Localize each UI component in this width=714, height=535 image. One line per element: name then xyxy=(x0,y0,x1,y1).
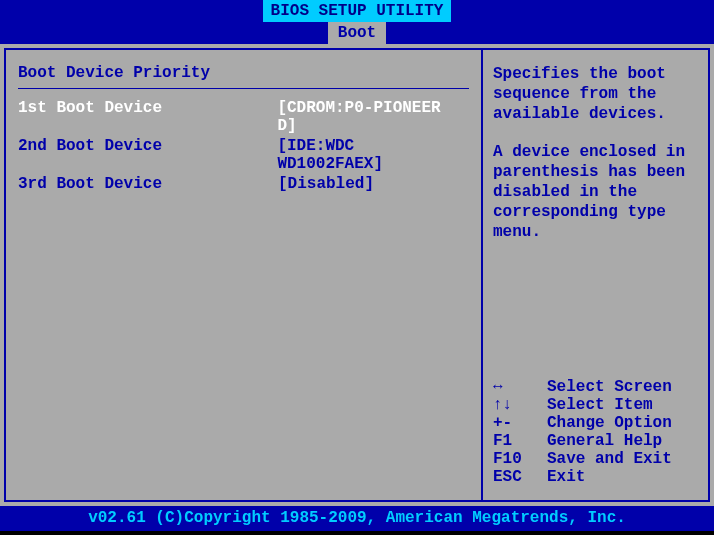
help-paragraph: Specifies the boot sequence from the ava… xyxy=(493,64,698,124)
nav-key: ↑↓ xyxy=(493,396,547,414)
footer-text: v02.61 (C)Copyright 1985-2009, American … xyxy=(88,509,626,527)
nav-row: F1 General Help xyxy=(493,432,698,450)
tab-boot[interactable]: Boot xyxy=(328,22,386,44)
tab-row: Boot xyxy=(0,22,714,44)
right-pane: Specifies the boot sequence from the ava… xyxy=(482,48,710,502)
nav-key: F10 xyxy=(493,450,547,468)
nav-row: ↔ Select Screen xyxy=(493,378,698,396)
boot-device-value: [IDE:WDC WD1002FAEX] xyxy=(277,137,469,173)
nav-desc: Select Screen xyxy=(547,378,672,396)
boot-device-value: [CDROM:P0-PIONEER D] xyxy=(277,99,469,135)
main-area: Boot Device Priority 1st Boot Device [CD… xyxy=(0,44,714,506)
nav-desc: General Help xyxy=(547,432,662,450)
boot-device-label: 1st Boot Device xyxy=(18,99,277,135)
boot-device-label: 3rd Boot Device xyxy=(18,175,278,193)
boot-device-row[interactable]: 1st Boot Device [CDROM:P0-PIONEER D] xyxy=(18,99,469,135)
title-bar: BIOS SETUP UTILITY xyxy=(0,0,714,22)
divider xyxy=(18,88,469,89)
boot-device-row[interactable]: 2nd Boot Device [IDE:WDC WD1002FAEX] xyxy=(18,137,469,173)
boot-device-row[interactable]: 3rd Boot Device [Disabled] xyxy=(18,175,469,193)
boot-device-value: [Disabled] xyxy=(278,175,374,193)
nav-help: ↔ Select Screen ↑↓ Select Item +- Change… xyxy=(493,378,698,486)
app-title: BIOS SETUP UTILITY xyxy=(263,0,452,22)
nav-key: ↔ xyxy=(493,378,547,396)
boot-device-label: 2nd Boot Device xyxy=(18,137,277,173)
section-title: Boot Device Priority xyxy=(18,64,469,82)
footer-bar: v02.61 (C)Copyright 1985-2009, American … xyxy=(0,506,714,531)
nav-row: +- Change Option xyxy=(493,414,698,432)
nav-key: ESC xyxy=(493,468,547,486)
nav-desc: Select Item xyxy=(547,396,653,414)
help-paragraph: A device enclosed in parenthesis has bee… xyxy=(493,142,698,242)
nav-desc: Exit xyxy=(547,468,585,486)
help-text: Specifies the boot sequence from the ava… xyxy=(493,64,698,260)
left-pane: Boot Device Priority 1st Boot Device [CD… xyxy=(4,48,482,502)
nav-key: +- xyxy=(493,414,547,432)
nav-row: ↑↓ Select Item xyxy=(493,396,698,414)
nav-desc: Change Option xyxy=(547,414,672,432)
nav-row: F10 Save and Exit xyxy=(493,450,698,468)
nav-key: F1 xyxy=(493,432,547,450)
nav-row: ESC Exit xyxy=(493,468,698,486)
nav-desc: Save and Exit xyxy=(547,450,672,468)
